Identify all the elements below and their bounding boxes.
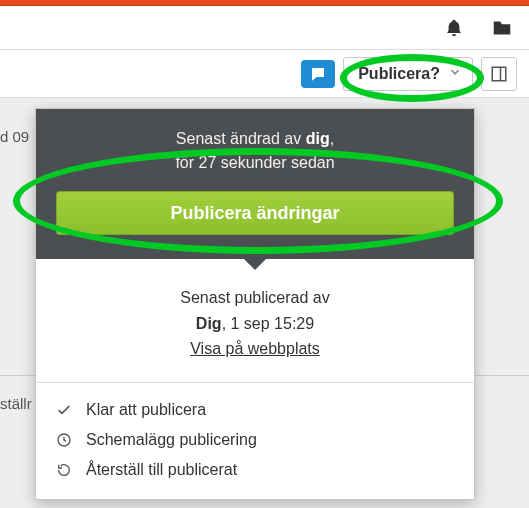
last-modified-prefix: Senast ändrad av — [176, 130, 306, 147]
chevron-down-icon — [448, 65, 462, 83]
last-modified-user: dig — [306, 130, 330, 147]
clock-icon — [54, 432, 74, 448]
folder-icon[interactable] — [489, 15, 515, 41]
last-published-label: Senast publicerad av — [56, 285, 454, 311]
secondary-toolbar: Publicera? — [0, 50, 529, 98]
layout-toggle-button[interactable] — [481, 57, 517, 91]
cropped-text-fragment: ställr — [0, 395, 32, 412]
last-modified-suffix: , — [330, 130, 334, 147]
last-published-time: , 1 sep 15:29 — [222, 315, 315, 332]
check-icon — [54, 402, 74, 418]
publish-popover: Senast ändrad av dig, för 27 sekunder se… — [35, 108, 475, 500]
option-ready-label: Klar att publicera — [86, 401, 206, 419]
option-revert-label: Återställ till publicerat — [86, 461, 237, 479]
popover-published-info: Senast publicerad av Dig, 1 sep 15:29 Vi… — [36, 259, 474, 382]
option-ready-to-publish[interactable]: Klar att publicera — [46, 395, 464, 425]
publish-dropdown[interactable]: Publicera? — [343, 57, 473, 91]
bell-icon[interactable] — [441, 15, 467, 41]
view-on-website-link[interactable]: Visa på webbplats — [190, 340, 320, 357]
chat-icon[interactable] — [301, 60, 335, 88]
last-modified-time: för 27 sekunder sedan — [175, 154, 334, 171]
last-modified-text: Senast ändrad av dig, för 27 sekunder se… — [56, 127, 454, 175]
revert-icon — [54, 462, 74, 478]
publish-changes-button[interactable]: Publicera ändringar — [56, 191, 454, 235]
cropped-text-fragment: d 09 — [0, 128, 29, 145]
svg-rect-0 — [492, 67, 506, 81]
last-published-detail: Dig, 1 sep 15:29 — [56, 311, 454, 337]
popover-options-list: Klar att publicera Schemalägg publicerin… — [36, 383, 474, 499]
popover-arrow-icon — [243, 258, 267, 270]
option-schedule-label: Schemalägg publicering — [86, 431, 257, 449]
popover-header: Senast ändrad av dig, för 27 sekunder se… — [36, 109, 474, 259]
last-published-user: Dig — [196, 315, 222, 332]
publish-dropdown-label: Publicera? — [358, 65, 440, 83]
option-schedule-publish[interactable]: Schemalägg publicering — [46, 425, 464, 455]
option-revert-publish[interactable]: Återställ till publicerat — [46, 455, 464, 485]
top-icon-bar — [0, 6, 529, 50]
